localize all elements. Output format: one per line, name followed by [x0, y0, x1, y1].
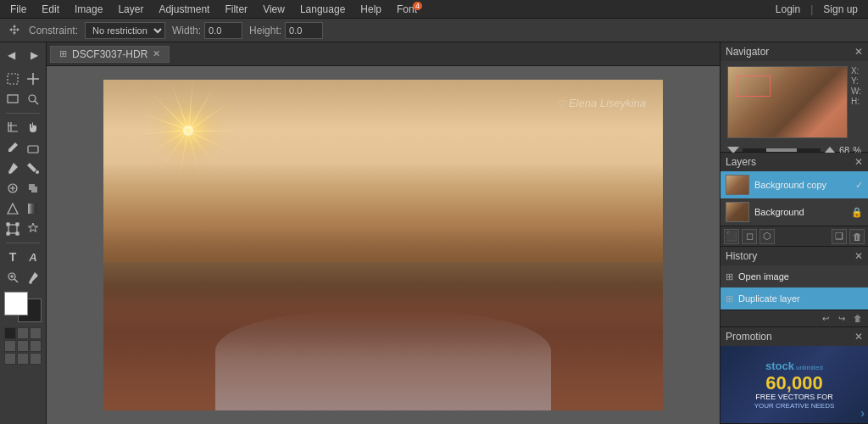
- heal-tool-button[interactable]: [3, 179, 22, 198]
- hand-tool-button[interactable]: [24, 118, 42, 137]
- promotion-header: Promotion ✕: [721, 327, 868, 346]
- navigator-title: Navigator: [726, 46, 769, 58]
- brush-tool-button[interactable]: [3, 159, 22, 177]
- menu-help[interactable]: Help: [353, 2, 388, 17]
- zoom-button[interactable]: [24, 90, 42, 109]
- tool-row-select: [0, 70, 46, 88]
- layers-header: Layers ✕: [721, 153, 868, 171]
- menu-view[interactable]: View: [256, 2, 292, 17]
- clone-tool-button[interactable]: [24, 179, 42, 198]
- navigator-content: X: Y: W: H: 68 %: [721, 61, 868, 160]
- nav-h-label: H:: [851, 97, 861, 106]
- zoom-slider[interactable]: [743, 148, 821, 152]
- transform-tool-button[interactable]: [3, 220, 22, 238]
- auth-divider: |: [810, 3, 813, 15]
- promo-link-arrow[interactable]: ›: [860, 406, 865, 420]
- crop-tool-button[interactable]: [3, 118, 22, 137]
- width-label: Width:: [172, 25, 201, 36]
- promotion-close-button[interactable]: ✕: [854, 331, 863, 343]
- canvas-tab[interactable]: ⊞ DSCF3037-HDR ✕: [50, 46, 170, 63]
- grid-cell-8: [17, 353, 29, 365]
- zoom-in-button[interactable]: [3, 268, 22, 287]
- tool-grid: [4, 327, 42, 365]
- history-delete-button[interactable]: 🗑: [851, 312, 865, 326]
- ray-14: [188, 102, 231, 131]
- width-input[interactable]: [204, 22, 242, 39]
- left-toolbar: ◀ ▶: [0, 42, 47, 424]
- fill-tool-button[interactable]: [24, 159, 42, 177]
- foreground-color-swatch[interactable]: [4, 292, 28, 315]
- menu-layer[interactable]: Layer: [111, 2, 150, 17]
- auth-area: Login | Sign up: [769, 2, 865, 17]
- canvas-wrapper[interactable]: ♡ Elena Liseykina: [47, 66, 720, 424]
- landscape-background: ♡ Elena Liseykina: [103, 80, 663, 410]
- move-add-tool-button[interactable]: [24, 70, 42, 88]
- tool-separator-2: [6, 243, 40, 243]
- height-input[interactable]: [285, 22, 323, 39]
- layer-delete-button[interactable]: 🗑: [849, 229, 865, 244]
- right-panel: Navigator ✕ X: Y: W: H:: [720, 42, 868, 424]
- layer-mask-button[interactable]: ⬡: [760, 229, 775, 244]
- layer-visible-icon: ✓: [855, 180, 863, 191]
- star-tool-button[interactable]: [24, 220, 42, 238]
- main-area: ◀ ▶: [0, 42, 868, 424]
- select-tool-button[interactable]: [3, 70, 22, 88]
- tool-row-zoom: [0, 268, 46, 287]
- shape-tool-button[interactable]: [3, 199, 22, 218]
- layer-item-background-copy[interactable]: Background copy ✓: [721, 171, 868, 198]
- promo-creative-text: YOUR CREATIVE NEEDS: [754, 402, 835, 410]
- history-item-duplicate[interactable]: ⊞ Duplicate layer: [721, 287, 868, 310]
- navigator-main: X: Y: W: H:: [724, 64, 865, 140]
- tool-row-text: T A: [0, 248, 46, 266]
- history-icon-open: ⊞: [726, 271, 733, 282]
- layer-item-background[interactable]: Background 🔒: [721, 198, 868, 226]
- history-forward-button[interactable]: ↪: [835, 312, 849, 326]
- text-tool-button[interactable]: T: [3, 248, 22, 266]
- path-tool-button[interactable]: A: [24, 248, 42, 266]
- tool-row-lasso: [0, 90, 46, 109]
- history-icon-duplicate: ⊞: [726, 293, 733, 304]
- promotion-content: stock unlimited 60,000 FREE VECTORS FOR …: [721, 346, 868, 423]
- layers-close-button[interactable]: ✕: [854, 156, 863, 168]
- svg-point-5: [8, 170, 12, 174]
- menu-edit[interactable]: Edit: [35, 2, 66, 17]
- dropper-button[interactable]: [24, 268, 42, 287]
- login-button[interactable]: Login: [769, 2, 807, 17]
- layer-new-group-button[interactable]: ⬛: [724, 229, 739, 244]
- history-label-open: Open image: [738, 271, 789, 282]
- canvas-tab-close-button[interactable]: ✕: [153, 48, 160, 59]
- eraser-tool-button[interactable]: [24, 138, 42, 157]
- navigator-close-button[interactable]: ✕: [854, 46, 863, 58]
- promo-number: 60,000: [765, 374, 822, 393]
- svg-rect-1: [8, 95, 18, 103]
- menu-adjustment[interactable]: Adjustment: [152, 2, 216, 17]
- toolbar-forward-button[interactable]: ▶: [25, 46, 44, 64]
- grid-cell-5: [17, 340, 29, 352]
- menu-font[interactable]: Font 4: [390, 2, 424, 17]
- layer-thumb-copy: [726, 175, 749, 195]
- layer-new-button[interactable]: ◻: [742, 229, 757, 244]
- promo-logo: stock: [765, 360, 794, 372]
- navigator-header: Navigator ✕: [721, 42, 868, 61]
- menu-language[interactable]: Language: [293, 2, 352, 17]
- signup-button[interactable]: Sign up: [816, 2, 865, 17]
- toolbar-back-button[interactable]: ◀: [3, 46, 21, 64]
- menu-filter[interactable]: Filter: [218, 2, 254, 17]
- grid-cell-4: [4, 340, 16, 352]
- history-section: History ✕ ⊞ Open image ⊞ Duplicate layer…: [721, 247, 868, 327]
- history-item-open[interactable]: ⊞ Open image: [721, 265, 868, 287]
- grid-cell-1: [4, 327, 16, 339]
- history-close-button[interactable]: ✕: [854, 250, 863, 262]
- menu-file[interactable]: File: [3, 2, 33, 17]
- pencil-tool-button[interactable]: [3, 138, 22, 157]
- promo-banner[interactable]: stock unlimited 60,000 FREE VECTORS FOR …: [721, 346, 868, 423]
- gradient-tool-button[interactable]: [24, 199, 42, 218]
- menu-image[interactable]: Image: [68, 2, 109, 17]
- move-tool-icon: [7, 23, 22, 38]
- constraint-select[interactable]: No restriction: [85, 22, 165, 39]
- svg-marker-8: [8, 204, 18, 214]
- rect-select-button[interactable]: [3, 90, 22, 109]
- history-back-button[interactable]: ↩: [819, 312, 832, 326]
- layer-duplicate-button[interactable]: ❑: [832, 229, 847, 244]
- ray-10: [153, 94, 189, 131]
